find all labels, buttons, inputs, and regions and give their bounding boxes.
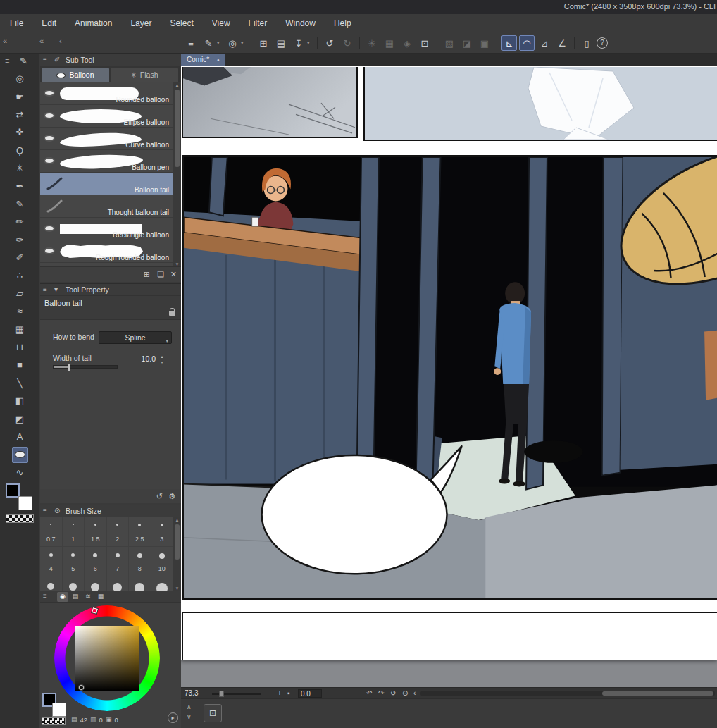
perspective-guide-icon[interactable]: ∠ — [554, 35, 570, 51]
reset-rotate-icon[interactable]: ↺ — [390, 689, 396, 697]
subtool-ellipse-balloon[interactable]: Ellipse balloon — [40, 105, 173, 128]
frame-tool[interactable]: ▦ — [0, 321, 39, 338]
blend-tool[interactable]: ≈ — [0, 303, 39, 321]
nav-up-icon[interactable]: ∧ — [187, 703, 192, 710]
pencil-tool[interactable]: ✏ — [0, 214, 39, 231]
panel-menu-icon[interactable]: ≡ — [43, 592, 47, 600]
color-wheel-tab-icon[interactable]: ◉ — [57, 592, 68, 602]
color-history-icon[interactable]: ▸ — [168, 712, 178, 723]
flip-view-tool[interactable]: ⇄ — [0, 106, 39, 124]
quick-access-launcher[interactable]: ⊡ — [204, 704, 222, 722]
mask-icon[interactable]: ▣ — [106, 716, 112, 723]
subtool-scrollbar[interactable]: ▲ ▼ — [173, 82, 181, 267]
new-canvas-icon[interactable]: ⊞ — [256, 35, 271, 51]
collapse-inner-icon[interactable]: ‹ — [59, 37, 62, 45]
redo-icon[interactable]: ↻ — [339, 35, 355, 51]
delete-subtool-icon[interactable]: ✕ — [170, 270, 177, 279]
snap-grid-icon[interactable]: ⊿ — [537, 35, 552, 51]
lasso-select-tool[interactable]: Ϙ — [0, 142, 39, 160]
rotate-ccw-icon[interactable]: ↶ — [366, 689, 372, 697]
subtool-curve-balloon[interactable]: Curve balloon — [40, 128, 173, 150]
panel-menu-icon[interactable]: ≡ — [43, 56, 47, 63]
scrollbar-thumb[interactable] — [175, 524, 180, 560]
zoom-out-icon[interactable]: − — [267, 689, 271, 697]
chevron-down-icon[interactable]: ▾ — [307, 40, 313, 46]
figure-tool[interactable]: ■ — [0, 357, 39, 374]
brush-size-partial[interactable] — [85, 576, 107, 591]
chevron-down-icon[interactable]: ▾ — [241, 40, 247, 46]
menu-view[interactable]: View — [212, 18, 230, 28]
lock-icon[interactable] — [169, 311, 175, 316]
collapse-panels-icon[interactable]: « — [39, 37, 44, 45]
scroll-up-icon[interactable]: ▲ — [173, 83, 181, 87]
color-mixer-tab-icon[interactable]: ≋ — [82, 592, 94, 602]
zoom-slider-thumb[interactable] — [219, 691, 224, 697]
subtool-rounded-balloon[interactable]: Rounded balloon — [40, 82, 173, 105]
frame-border-tool[interactable]: ◧ — [0, 393, 39, 410]
brush-size-10[interactable]: 10 — [151, 547, 174, 576]
ruler-tool[interactable]: ◩ — [0, 410, 39, 428]
menu-file[interactable]: File — [10, 18, 23, 28]
panel-menu-icon[interactable]: ≡ — [43, 285, 47, 293]
deselect-icon[interactable]: ▣ — [477, 35, 492, 51]
help-icon[interactable]: ? — [597, 37, 608, 49]
width-stepper[interactable]: ▴ ▾ — [158, 354, 166, 365]
invert-selection-icon[interactable]: ◪ — [459, 35, 475, 51]
layers-icon[interactable]: ▥ — [90, 716, 96, 723]
fit-screen-icon[interactable]: ▪ — [287, 689, 290, 697]
open-file-icon[interactable]: ▤ — [273, 35, 289, 51]
subtool-rough-rounded-balloon[interactable]: Rough rounded balloon — [40, 240, 173, 263]
brush-size-3[interactable]: 3 — [151, 517, 174, 547]
brush-size-partial[interactable] — [63, 576, 85, 591]
reset-zoom-icon[interactable]: ⊙ — [402, 689, 408, 697]
zoom-tool[interactable]: ◎ — [0, 70, 39, 88]
subtool-balloon-pen[interactable]: Balloon pen — [40, 150, 173, 173]
how-to-bend-select[interactable]: Spline ▾ — [99, 331, 172, 344]
eyedropper-tool[interactable]: ✒ — [0, 178, 39, 195]
free-transform-icon[interactable]: ◈ — [399, 35, 415, 51]
object-tool-icon[interactable]: ✎ — [201, 35, 216, 51]
transparent-color-chip[interactable] — [42, 717, 66, 725]
brush-size-2.5[interactable]: 2.5 — [129, 517, 151, 547]
tab-flash[interactable]: ✳Flash — [111, 68, 178, 82]
background-color-chip[interactable] — [18, 496, 32, 510]
rotate-cw-icon[interactable]: ↷ — [378, 689, 384, 697]
color-set-tab-icon[interactable]: ▦ — [95, 592, 106, 602]
brush-size-partial[interactable] — [151, 576, 174, 591]
brush-size-5[interactable]: 5 — [63, 547, 85, 576]
collapse-dock-icon[interactable]: « — [3, 37, 7, 45]
companion-mode-icon[interactable]: ▯ — [579, 35, 594, 51]
brush-size-4[interactable]: 4 — [40, 547, 63, 576]
stepper-up-icon[interactable]: ▴ — [161, 354, 163, 359]
paper-icon[interactable]: ▤ — [71, 716, 77, 723]
subtool-thought-balloon-tail[interactable]: Thought balloon tail — [40, 195, 173, 218]
menu-window[interactable]: Window — [285, 18, 316, 28]
brush-size-7[interactable]: 7 — [107, 547, 130, 576]
transparent-color-chip[interactable] — [6, 514, 34, 523]
select-wand-icon[interactable]: ▨ — [442, 35, 457, 51]
save-file-icon[interactable]: ↧ — [291, 35, 306, 51]
zoom-in-icon[interactable]: + — [278, 689, 282, 697]
menu-animation[interactable]: Animation — [75, 18, 112, 28]
hand-tool[interactable]: ☛ — [0, 88, 39, 106]
menu-help[interactable]: Help — [334, 18, 351, 28]
scroll-up-icon[interactable]: ▲ — [173, 518, 181, 522]
rotate-flip-icon[interactable]: ✳ — [364, 35, 380, 51]
saturation-value-square[interactable] — [75, 626, 139, 691]
horizontal-scrollbar[interactable] — [420, 691, 715, 696]
foreground-color-chip[interactable] — [6, 483, 20, 498]
scrollbar-thumb[interactable] — [175, 90, 180, 167]
collapse-statusbar-icon[interactable]: ‹ — [413, 689, 416, 697]
text-tool[interactable]: A — [0, 428, 39, 446]
mesh-transform-icon[interactable]: ▦ — [382, 35, 397, 51]
snap-special-ruler-icon[interactable]: ◠ — [519, 35, 535, 51]
canvas-viewport[interactable] — [181, 66, 717, 687]
auto-select-tool[interactable]: ✳ — [0, 160, 39, 178]
saturation-value-marker[interactable] — [79, 685, 84, 690]
nav-down-icon[interactable]: ∨ — [187, 713, 192, 720]
subtool-balloon-tail[interactable]: Balloon tail — [40, 173, 173, 195]
brush-size-1.5[interactable]: 1.5 — [85, 517, 107, 547]
pen-tool[interactable]: ✎ — [0, 196, 39, 214]
brush-size-partial[interactable] — [129, 576, 151, 591]
zoom-value[interactable]: 73.3 — [185, 689, 198, 697]
